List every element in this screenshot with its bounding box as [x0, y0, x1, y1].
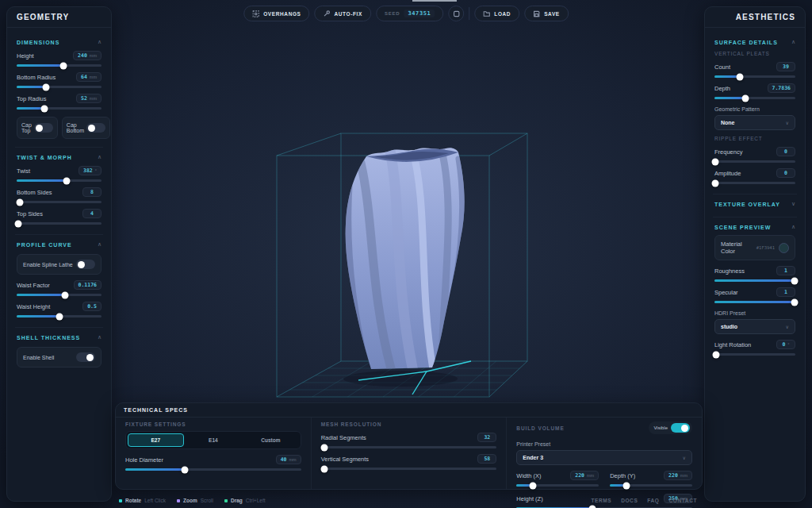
slider-value-badge[interactable]: 0.1176 — [74, 280, 102, 290]
slider-track[interactable] — [714, 279, 795, 282]
section-header[interactable]: SHELL THICKNESS∧ — [17, 334, 102, 341]
slider-knob[interactable] — [791, 298, 798, 306]
slider-knob[interactable] — [713, 351, 720, 358]
slider-value-badge[interactable]: 1 — [776, 266, 795, 275]
toggle-switch[interactable] — [86, 123, 105, 133]
toggle-switch[interactable] — [34, 123, 53, 133]
autofix-button[interactable]: AUTO-FIX — [315, 6, 371, 21]
slider-knob[interactable] — [741, 94, 749, 102]
footer-link-terms[interactable]: TERMS — [591, 498, 611, 503]
slider-value-badge[interactable]: 4 — [82, 209, 102, 218]
toggle-row-enable-spline-lathe[interactable]: Enable Spline Lathe — [17, 254, 102, 275]
slider-knob[interactable] — [712, 158, 719, 165]
dropdown-hdri-preset[interactable]: studio∨ — [714, 319, 795, 334]
slider-value-badge[interactable]: 0.5 — [82, 302, 102, 311]
section-header[interactable]: TEXTURE OVERLAY∨ — [714, 201, 795, 207]
slider-track[interactable] — [17, 201, 102, 203]
slider-track[interactable] — [321, 468, 497, 470]
slider-value-badge[interactable]: 58 — [477, 454, 496, 464]
slider-knob[interactable] — [530, 482, 537, 489]
section-header[interactable]: SURFACE DETAILS∧ — [714, 39, 795, 45]
slider-knob[interactable] — [736, 73, 743, 80]
slider-knob[interactable] — [56, 313, 63, 320]
slider-knob[interactable] — [59, 62, 67, 69]
slider-knob[interactable] — [15, 220, 22, 227]
slider-track[interactable] — [125, 468, 301, 471]
footer-link-faq[interactable]: FAQ — [647, 498, 659, 503]
slider-track[interactable] — [17, 179, 102, 182]
footer-link-contact[interactable]: CONTACT — [669, 498, 698, 503]
slider-value-badge[interactable]: 39 — [776, 62, 795, 71]
slider-knob[interactable] — [41, 105, 48, 112]
visible-toggle-wrap[interactable]: Visible — [649, 421, 692, 434]
slider-track[interactable] — [516, 484, 599, 487]
slider-value-badge[interactable]: 382° — [79, 166, 102, 175]
slider-track[interactable] — [17, 107, 102, 110]
toggle-switch[interactable] — [671, 423, 690, 433]
tab-e27[interactable]: E27 — [128, 433, 184, 447]
slider-knob[interactable] — [321, 444, 328, 451]
slider-track[interactable] — [17, 86, 102, 88]
overhangs-button[interactable]: OVERHANGS — [243, 6, 309, 21]
seed-value[interactable]: 347351 — [404, 10, 435, 17]
slider-knob[interactable] — [17, 198, 24, 206]
slider-knob[interactable] — [321, 465, 328, 472]
slider-value-badge[interactable]: 32 — [477, 433, 496, 442]
slider-value-badge[interactable]: 240mm — [73, 51, 102, 60]
slider-value-badge[interactable]: 0° — [776, 340, 795, 349]
chevron-down-icon: ∨ — [791, 201, 795, 207]
dropdown-geometric-pattern[interactable]: None∨ — [714, 115, 795, 130]
slider-knob[interactable] — [622, 482, 630, 489]
slider-knob[interactable] — [43, 83, 50, 90]
slider-value-badge[interactable]: 1 — [776, 287, 795, 297]
toggle-row-enable-shell[interactable]: Enable Shell — [17, 347, 102, 368]
slider-unit: mm — [90, 75, 97, 79]
save-button[interactable]: SAVE — [524, 6, 569, 21]
slider-value-badge[interactable]: 7.7836 — [768, 83, 795, 93]
slider-knob[interactable] — [588, 505, 596, 508]
slider-knob[interactable] — [63, 177, 71, 184]
slider-track[interactable] — [714, 97, 795, 99]
toggle-card-cap-top[interactable]: Cap Top — [17, 117, 58, 139]
seed-field[interactable]: SEED 347351 — [376, 6, 443, 21]
tab-e14[interactable]: E14 — [186, 433, 242, 447]
tab-custom[interactable]: Custom — [243, 433, 299, 447]
slider-knob[interactable] — [61, 291, 68, 298]
slider-track[interactable] — [17, 294, 102, 296]
slider-value-badge[interactable]: 0 — [776, 147, 795, 156]
section-header[interactable]: PROFILE CURVE∧ — [17, 241, 102, 248]
section-header[interactable]: DIMENSIONS∧ — [17, 39, 102, 45]
aesthetics-panel-title: AESTHETICS — [705, 7, 805, 28]
slider-track[interactable] — [321, 446, 497, 448]
toggle-switch[interactable] — [76, 260, 95, 269]
slider-value-badge[interactable]: 220mm — [570, 471, 599, 480]
frame-button[interactable] — [448, 6, 464, 21]
load-button[interactable]: LOAD — [474, 6, 519, 21]
slider-value-badge[interactable]: 0 — [776, 168, 795, 178]
slider-value-badge[interactable]: 64mm — [76, 72, 102, 82]
slider-track[interactable] — [610, 484, 692, 487]
slider-track[interactable] — [17, 222, 102, 225]
slider-track[interactable] — [714, 182, 795, 184]
slider-track[interactable] — [714, 353, 795, 356]
slider-track[interactable] — [714, 160, 795, 163]
section-header[interactable]: TWIST & MORPH∧ — [17, 154, 102, 160]
slider-track[interactable] — [17, 315, 102, 318]
section-header[interactable]: SCENE PREVIEW∧ — [714, 224, 795, 230]
toggle-card-cap-bottom[interactable]: Cap Bottom — [62, 117, 110, 139]
slider-track[interactable] — [714, 75, 795, 78]
material-color-row[interactable]: Material Color#1F3941 — [714, 235, 795, 260]
slider-value-badge[interactable]: 8 — [82, 187, 102, 197]
slider-track[interactable] — [17, 64, 102, 67]
slider-knob[interactable] — [712, 179, 719, 187]
slider-knob[interactable] — [182, 466, 189, 473]
dropdown-printer-preset[interactable]: Ender 3∨ — [516, 450, 692, 465]
slider-track[interactable] — [714, 301, 795, 303]
footer-link-docs[interactable]: DOCS — [621, 498, 638, 503]
slider-value-badge[interactable]: 52mm — [76, 94, 102, 103]
slider-value-badge[interactable]: 220mm — [664, 471, 692, 480]
slider-value-badge[interactable]: 40mm — [276, 455, 301, 464]
slider-knob[interactable] — [791, 277, 798, 284]
toggle-switch[interactable] — [76, 352, 95, 362]
color-swatch[interactable] — [779, 243, 789, 253]
